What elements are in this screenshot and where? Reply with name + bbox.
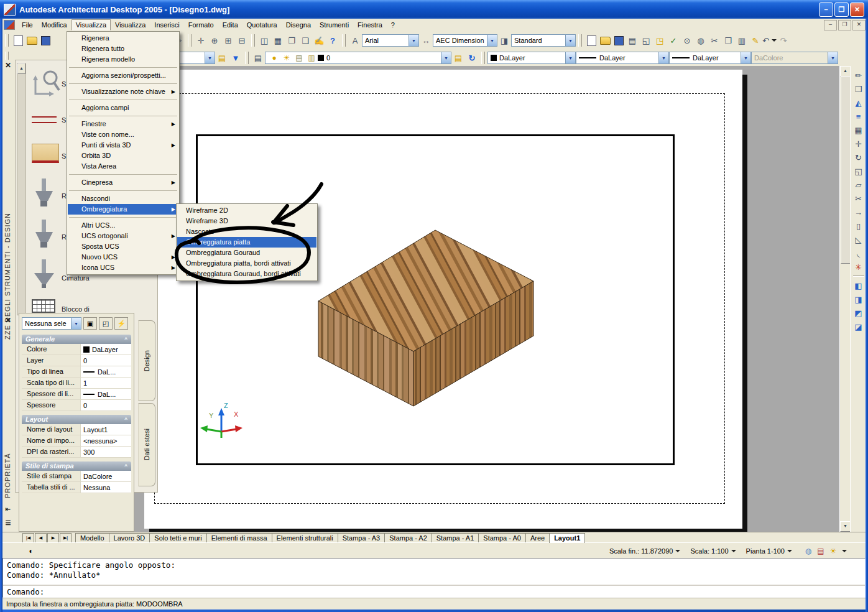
open-sheet-button[interactable] — [598, 34, 612, 47]
command-window[interactable]: Comando: Specificare angolo opposto: Com… — [2, 558, 866, 598]
minimize-button[interactable]: – — [819, 2, 833, 17]
tab-elementi-di-massa[interactable]: Elementi di massa — [206, 533, 272, 543]
tool-chamfer-bit-icon[interactable] — [32, 258, 57, 293]
menubar-item-visualizza-2[interactable]: Visualizza — [111, 19, 150, 30]
selection-combo[interactable]: Nessuna sele ▼ — [22, 317, 81, 330]
break-button[interactable]: ▯ — [851, 219, 866, 233]
scale-control[interactable]: Scala: 1:100 — [690, 547, 736, 555]
section-header-generale[interactable]: Generale ^ — [22, 335, 131, 344]
toolbar-grip[interactable] — [578, 34, 582, 47]
toolbar-grip[interactable] — [245, 52, 249, 64]
dim-style-button[interactable]: ↔ — [419, 34, 433, 47]
submenu-item-ombreggiatura-gouraud[interactable]: Ombreggiatura Gouraud — [177, 248, 316, 258]
undo-list-button[interactable]: ↶ — [762, 34, 777, 47]
combo-arrow-icon[interactable]: ▼ — [658, 52, 668, 63]
combo-arrow-icon[interactable]: ▼ — [71, 318, 81, 329]
tab-solo-tetti-e-muri[interactable]: Solo tetti e muri — [149, 533, 206, 543]
scroll-down-button[interactable]: ▼ — [840, 521, 851, 532]
menu-item-rigenera-tutto[interactable]: Rigenera tutto — [68, 44, 178, 54]
new-button[interactable] — [11, 34, 25, 47]
layer-states-button[interactable]: ▤ — [451, 51, 465, 65]
quick-select-button[interactable]: ▣ — [83, 317, 97, 330]
markup-button[interactable]: ✍ — [312, 34, 326, 47]
layer-freeze-icon[interactable]: ☀ — [280, 52, 293, 63]
toolbar-grip[interactable] — [342, 34, 346, 47]
menu-item-viste-con-nome[interactable]: Viste con nome... — [68, 129, 178, 140]
mdi-close-button[interactable]: ✕ — [852, 20, 866, 30]
menubar-item-edita[interactable]: Edita — [218, 19, 242, 30]
submenu-item-wireframe-3d[interactable]: Wireframe 3D — [177, 216, 316, 226]
display-config-control[interactable]: Pianta 1-100 — [746, 547, 792, 555]
collapse-chevron-icon[interactable]: ^ — [124, 461, 127, 471]
close-button[interactable]: ✕ — [850, 2, 864, 17]
menu-item-aggiorna-campi[interactable]: Aggiorna campi — [68, 103, 178, 113]
draworder-under-button[interactable]: ◪ — [851, 320, 866, 333]
tab-stampa-a3[interactable]: Stampa - A3 — [338, 533, 386, 543]
tab-stampa-a0[interactable]: Stampa - A0 — [478, 533, 526, 543]
submenu-item-piatta-bordi-attivati[interactable]: Ombreggiatura piatta, bordi attivati — [177, 258, 316, 269]
submenu-item-ombreggiatura-piatta[interactable]: Ombreggiatura piatta — [177, 237, 316, 248]
menu-item-nuovo-ucs[interactable]: Nuovo UCS▶ — [68, 252, 178, 262]
plot-preview-button[interactable]: ◱ — [639, 34, 653, 47]
tab-lavoro-3d[interactable]: Lavoro 3D — [109, 533, 150, 543]
toolbar-grip[interactable] — [481, 52, 485, 64]
menu-item-rigenera-modello[interactable]: Rigenera modello — [68, 54, 178, 65]
combo-arrow-icon[interactable]: ▼ — [741, 52, 750, 63]
menu-item-vista-aerea[interactable]: Vista Aerea — [68, 161, 178, 172]
text-style-button[interactable]: A — [348, 34, 362, 47]
new-sheet-button[interactable] — [584, 34, 598, 47]
toolbar-grip[interactable] — [188, 34, 192, 47]
tool-wall-icon[interactable] — [32, 116, 57, 123]
property-row[interactable]: Stile di stampaDaColore — [22, 471, 131, 482]
tab-aree[interactable]: Aree — [525, 533, 550, 543]
menu-item-orbita-3d[interactable]: Orbita 3D — [68, 151, 178, 161]
linetype-combo[interactable]: DaLayer ▼ — [576, 52, 669, 64]
tab-next-button[interactable]: ▶ — [47, 533, 59, 543]
layer-update-button[interactable]: ↻ — [465, 51, 479, 65]
offset-button[interactable]: ≡ — [851, 109, 866, 123]
combo-arrow-icon[interactable]: ▼ — [565, 35, 575, 46]
layer-key-icon[interactable]: ▤ — [815, 545, 827, 557]
canvas-vscrollbar[interactable]: ▲ ▼ — [839, 66, 851, 532]
menu-item-finestre[interactable]: Finestre▶ — [68, 119, 178, 129]
layer-combo[interactable]: ● ☀ ▤ ▥ 0 ▼ — [265, 52, 451, 64]
menu-item-note-chiave[interactable]: Visualizzazione note chiave▶ — [68, 86, 178, 97]
dropdown-arrow-icon[interactable] — [842, 550, 847, 555]
layer-color-swatch[interactable] — [318, 55, 324, 61]
scale-fin-control[interactable]: Scala fin.: 11.872090 — [609, 547, 681, 555]
menu-item-icona-ucs[interactable]: Icona UCS▶ — [68, 262, 178, 273]
property-row[interactable]: Spessore di li...DaL... — [22, 389, 131, 400]
pan-button[interactable]: ✛ — [194, 34, 208, 47]
autohide-icon[interactable]: ⇤ — [3, 505, 13, 514]
viewports-button[interactable]: ◫ — [257, 34, 271, 47]
otrack-indicator-icon[interactable]: ◐ — [25, 545, 37, 557]
lineweight-combo[interactable]: DaLayer ▼ — [669, 52, 751, 64]
title-bar[interactable]: Autodesk Architectural Desktop 2005 - [D… — [0, 0, 868, 19]
text-style-combo[interactable]: Standard ▼ — [511, 34, 576, 47]
trim-button[interactable]: ✂ — [851, 192, 866, 205]
submenu-item-wireframe-2d[interactable]: Wireframe 2D — [177, 205, 316, 216]
redo-list-button[interactable]: ↷ — [777, 34, 790, 47]
palette-tab-dati-estesi[interactable]: Dati estesi — [138, 403, 155, 486]
font-style-combo[interactable]: Arial ▼ — [362, 34, 419, 47]
tab-stampa-a2[interactable]: Stampa - A2 — [384, 533, 432, 543]
menu-item-sposta-ucs[interactable]: Sposta UCS — [68, 241, 178, 252]
array-button[interactable]: ▦ — [851, 123, 866, 137]
menubar-item-quotatura[interactable]: Quotatura — [242, 19, 282, 30]
mdi-restore-button[interactable]: ❐ — [838, 20, 851, 30]
zoom-window-button[interactable]: ⊞ — [221, 34, 235, 47]
submenu-item-nascosto[interactable]: Nascosto — [177, 226, 316, 237]
property-row[interactable]: Scala tipo di li...1 — [22, 378, 131, 389]
property-row[interactable]: Nome di impo...<nessuna> — [22, 435, 131, 447]
combo-arrow-icon[interactable]: ▼ — [441, 52, 451, 63]
menubar-item-disegna[interactable]: Disegna — [282, 19, 315, 30]
match-properties-button[interactable]: ✎ — [749, 34, 762, 47]
zoom-previous-button[interactable]: ⊟ — [235, 34, 249, 47]
property-row[interactable]: Layer0 — [22, 355, 131, 366]
submenu-item-gouraud-bordi-attivati[interactable]: Ombreggiatura Gouraud, bordi attivati — [177, 269, 316, 279]
layer-on-icon[interactable]: ● — [268, 52, 280, 63]
command-prompt[interactable]: Comando: — [3, 586, 865, 598]
section-header-stile-di-stampa[interactable]: Stile di stampa ^ — [22, 461, 131, 471]
layer-vpfreeze-icon[interactable]: ▤ — [293, 52, 305, 63]
menu-item-ombreggiatura[interactable]: Ombreggiatura▶ — [68, 204, 178, 215]
